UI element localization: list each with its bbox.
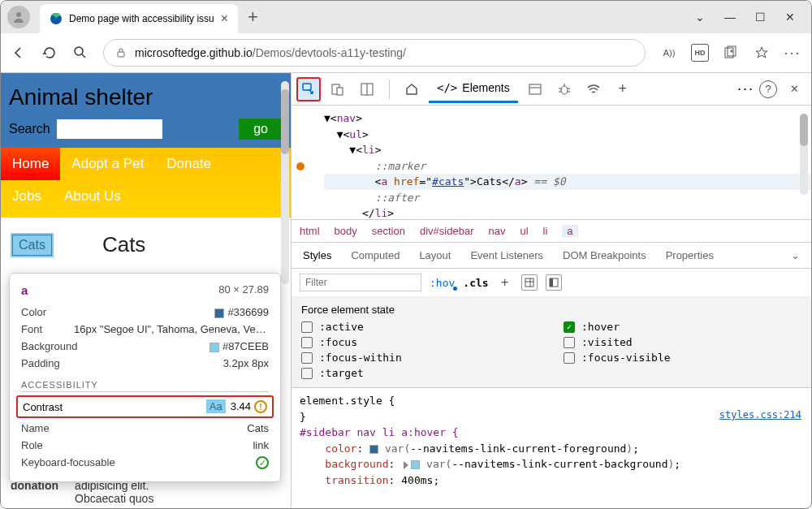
devtools-panel: </>Elements + ··· ? ✕ ▼<nav> ▼<ul> ▼<li>… xyxy=(291,73,811,509)
styles-filter-input[interactable] xyxy=(300,274,421,291)
css-rules[interactable]: element.style { } #sidebar nav li a:hove… xyxy=(292,388,811,493)
tab-layout[interactable]: Layout xyxy=(419,249,451,261)
url-text: microsoftedge.github.io/Demos/devtools-a… xyxy=(135,46,406,59)
toggle-sidebar-icon[interactable] xyxy=(546,274,562,291)
read-aloud-icon[interactable]: A)) xyxy=(660,44,678,62)
devtools-close-icon[interactable]: ✕ xyxy=(782,77,806,101)
svg-point-2 xyxy=(75,47,83,55)
state-focus-visible[interactable]: :focus-visible xyxy=(564,352,801,364)
hd-icon[interactable]: HD xyxy=(691,44,709,62)
contrast-row: Contrast Aa3.44! xyxy=(16,395,274,418)
page-scrollbar[interactable] xyxy=(281,81,289,284)
new-rule-icon[interactable]: + xyxy=(497,274,513,291)
elements-tab[interactable]: </>Elements xyxy=(429,75,518,103)
browser-tab[interactable]: Demo page with accessibility issu × xyxy=(40,4,238,33)
tab-styles[interactable]: Styles xyxy=(303,249,331,261)
search-button[interactable] xyxy=(72,45,89,61)
svg-rect-16 xyxy=(550,278,553,287)
svg-rect-14 xyxy=(525,278,533,287)
back-button[interactable] xyxy=(11,45,27,61)
nav-about[interactable]: About Us xyxy=(53,180,132,213)
refresh-button[interactable] xyxy=(41,45,58,61)
accessibility-section: ACCESSIBILITY xyxy=(21,380,269,392)
welcome-tab[interactable] xyxy=(400,77,424,101)
chevron-down-icon[interactable]: ⌄ xyxy=(791,249,800,261)
svg-point-0 xyxy=(16,12,21,17)
lock-icon xyxy=(115,47,127,58)
nav-home[interactable]: Home xyxy=(1,148,60,180)
source-link[interactable]: styles.css:214 xyxy=(719,408,801,422)
nav-adopt[interactable]: Adopt a Pet xyxy=(60,148,155,180)
state-focus[interactable]: :focus xyxy=(301,336,539,348)
inspect-element-button[interactable] xyxy=(296,77,321,101)
main-nav: Home Adopt a Pet Donate Jobs About Us xyxy=(1,148,291,218)
state-target[interactable]: :target xyxy=(301,367,539,379)
tab-title: Demo page with accessibility issu xyxy=(69,13,214,24)
chevron-down-icon[interactable]: ⌄ xyxy=(695,11,705,24)
add-tab-button[interactable]: + xyxy=(611,77,635,101)
tab-dom-breakpoints[interactable]: DOM Breakpoints xyxy=(563,249,646,261)
cls-toggle[interactable]: .cls xyxy=(463,277,488,289)
nav-donate[interactable]: Donate xyxy=(155,148,222,180)
dom-scrollbar[interactable] xyxy=(800,114,808,195)
force-element-state: Force element state :active ✓:hover :foc… xyxy=(292,297,811,388)
search-label: Search xyxy=(9,122,50,136)
go-button[interactable]: go xyxy=(239,119,283,140)
bug-icon[interactable] xyxy=(552,77,577,101)
minimize-icon[interactable]: — xyxy=(724,11,736,24)
hov-toggle[interactable]: :hov xyxy=(430,277,455,289)
state-focus-within[interactable]: :focus-within xyxy=(301,352,539,364)
state-active[interactable]: :active xyxy=(301,321,539,333)
new-tab-button[interactable]: + xyxy=(238,6,268,28)
more-icon[interactable]: ··· xyxy=(784,44,801,62)
cats-heading: Cats xyxy=(102,232,145,257)
state-hover[interactable]: ✓:hover xyxy=(564,321,801,333)
inspector-tooltip: a 80 × 27.89 Color#336699 Font16px "Sego… xyxy=(9,273,281,482)
panel-layout-button[interactable] xyxy=(355,77,379,101)
cats-sidebar-link[interactable]: Cats xyxy=(11,233,54,257)
favorite-icon[interactable] xyxy=(753,44,771,62)
collections-icon[interactable] xyxy=(722,44,740,62)
svg-rect-6 xyxy=(303,84,311,90)
selected-dom-node[interactable]: <a href="#cats">Cats</a> == $0 xyxy=(324,174,811,190)
contrast-sample: Aa xyxy=(206,399,226,413)
donation-text: donation xyxy=(11,479,58,505)
device-emulation-button[interactable] xyxy=(326,77,350,101)
tab-close-icon[interactable]: × xyxy=(221,11,228,26)
devtools-more-icon[interactable]: ··· xyxy=(737,80,754,97)
state-visited[interactable]: :visited xyxy=(564,336,801,348)
network-icon[interactable] xyxy=(581,77,606,101)
computed-styles-icon[interactable] xyxy=(521,274,538,291)
tooltip-tag: a xyxy=(21,283,28,297)
sources-tab-icon[interactable] xyxy=(523,77,547,101)
svg-rect-8 xyxy=(337,88,343,95)
page-title: Animal shelter xyxy=(9,84,283,110)
close-window-icon[interactable]: ✕ xyxy=(785,11,795,24)
search-input[interactable] xyxy=(57,119,162,139)
tab-computed[interactable]: Computed xyxy=(351,249,400,261)
svg-point-13 xyxy=(561,86,568,94)
lorem-text: adipisicing elit.Obcaecati quos xyxy=(75,479,153,505)
warning-icon: ! xyxy=(254,400,267,413)
edge-favicon-icon xyxy=(50,12,63,25)
check-icon: ✓ xyxy=(256,456,269,469)
maximize-icon[interactable]: ☐ xyxy=(755,11,766,24)
tab-properties[interactable]: Properties xyxy=(666,249,714,261)
profile-icon[interactable] xyxy=(7,6,30,28)
tab-event-listeners[interactable]: Event Listeners xyxy=(470,249,543,261)
address-bar[interactable]: microsoftedge.github.io/Demos/devtools-a… xyxy=(103,39,646,67)
svg-rect-11 xyxy=(529,84,541,94)
tooltip-dimensions: 80 × 27.89 xyxy=(218,283,269,297)
breadcrumb[interactable]: html body section div#sidebar nav ul li … xyxy=(292,219,811,243)
dom-tree[interactable]: ▼<nav> ▼<ul> ▼<li> ::marker <a href="#ca… xyxy=(292,106,811,219)
help-icon[interactable]: ? xyxy=(759,80,777,98)
svg-rect-3 xyxy=(118,52,124,57)
